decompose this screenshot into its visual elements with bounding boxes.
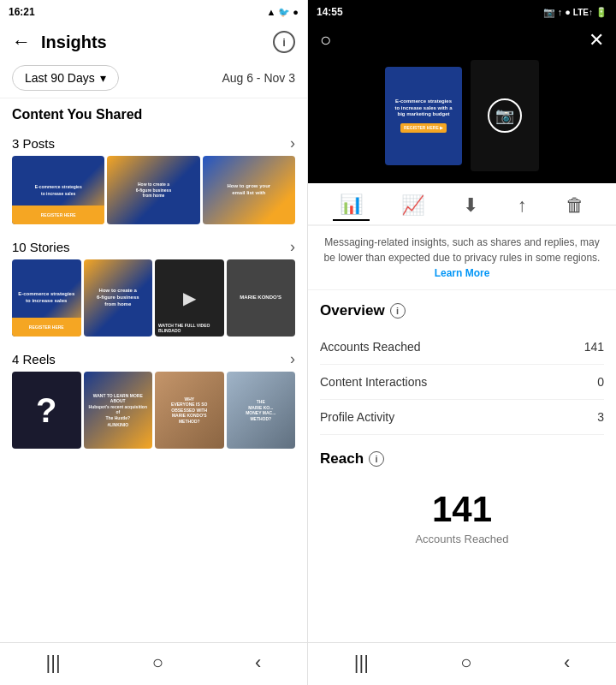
- tab-download[interactable]: ⬇: [456, 191, 485, 220]
- filter-row: Last 90 Days ▾ Aug 6 - Nov 3: [0, 60, 307, 98]
- reel-thumb-1[interactable]: ?: [12, 372, 81, 449]
- options-button[interactable]: ○: [320, 29, 331, 51]
- story-thumb-3[interactable]: ▶ WATCH THE FULL VIDEO BLINDADO: [155, 259, 224, 337]
- bottom-nav-left: ||| ○ ‹: [0, 642, 307, 685]
- tab-trend-chart[interactable]: 📈: [394, 191, 431, 220]
- reels-grid: ? WANT TO LEARN MORE ABOUT Hubspot's rec…: [0, 372, 307, 456]
- stories-grid: E-commerce strategies to increase sales …: [0, 259, 307, 343]
- stories-label: 10 Stories: [12, 240, 70, 254]
- overview-info[interactable]: i: [390, 303, 406, 319]
- story-thumb-2[interactable]: How to create a 6-figure business from h…: [84, 259, 153, 337]
- nav-back-icon-left[interactable]: ‹: [255, 652, 261, 674]
- top-nav-left: ← Insights i: [0, 24, 307, 60]
- post-thumb-1[interactable]: E-commerce strategies to increase sales …: [12, 156, 104, 224]
- bottom-nav-right: ||| ○ ‹: [308, 642, 616, 685]
- tab-row: 📊 📈 ⬇ ↑ 🗑: [308, 183, 616, 226]
- status-icons-left: ▲ 🐦 ●: [266, 7, 299, 18]
- nav-menu-icon-left[interactable]: |||: [46, 652, 61, 674]
- nav-home-icon-right[interactable]: ○: [460, 652, 471, 674]
- posts-row[interactable]: 3 Posts ›: [0, 128, 307, 156]
- learn-more-link[interactable]: Learn More: [435, 267, 490, 279]
- page-title: Insights: [41, 33, 263, 52]
- reach-info[interactable]: i: [369, 451, 384, 467]
- content-section-header: Content You Shared: [0, 98, 307, 128]
- date-filter-button[interactable]: Last 90 Days ▾: [12, 65, 119, 91]
- reels-row[interactable]: 4 Reels ›: [0, 343, 307, 372]
- story-thumb-1[interactable]: E-commerce strategies to increase sales …: [12, 259, 81, 337]
- nav-back-icon-right[interactable]: ‹: [564, 652, 570, 674]
- reel-thumb-2[interactable]: WANT TO LEARN MORE ABOUT Hubspot's recen…: [84, 372, 153, 449]
- nav-menu-icon-right[interactable]: |||: [354, 652, 369, 674]
- time-right: 14:55: [317, 6, 343, 18]
- reach-section: Reach i 141 Accounts Reached: [308, 438, 616, 552]
- nav-home-icon-left[interactable]: ○: [152, 652, 163, 674]
- reel-thumb-4[interactable]: THE MARIE KO... MONEY MAC... METHOD?: [227, 372, 296, 449]
- metric-profile-activity: Profile Activity 3: [320, 400, 604, 435]
- post-thumb-2[interactable]: How to create a 6-figure business from h…: [107, 156, 199, 224]
- left-panel: 16:21 ▲ 🐦 ● ← Insights i Last 90 Days ▾ …: [0, 0, 308, 685]
- overview-title: Overview i: [320, 302, 604, 319]
- stories-row[interactable]: 10 Stories ›: [0, 231, 307, 259]
- story-thumb-4[interactable]: MARIE KONDO'S: [227, 259, 296, 337]
- info-button[interactable]: i: [273, 31, 295, 53]
- reach-title: Reach i: [320, 450, 604, 468]
- posts-chevron: ›: [290, 134, 295, 152]
- date-range: Aug 6 - Nov 3: [222, 71, 295, 85]
- status-bar-left: 16:21 ▲ 🐦 ●: [0, 0, 307, 24]
- metric-content-interactions: Content Interactions 0: [320, 365, 604, 400]
- status-bar-right: 14:55 📷 ↑ ● LTE↑ 🔋: [308, 0, 616, 24]
- reel-thumb-3[interactable]: WHY EVERYONE IS SO OBSESSED WITH MARIE K…: [155, 372, 224, 449]
- reels-label: 4 Reels: [12, 352, 56, 366]
- preview-card-2: 📷: [471, 60, 539, 171]
- status-icons-right: 📷 ↑ ● LTE↑ 🔋: [543, 7, 607, 18]
- posts-label: 3 Posts: [12, 136, 55, 151]
- preview-area: E-commerce strategiesto increase sales w…: [308, 60, 616, 183]
- post-thumb-3[interactable]: How to grow your email list with: [203, 156, 295, 224]
- back-button[interactable]: ←: [12, 31, 31, 53]
- tab-bar-chart[interactable]: 📊: [333, 190, 370, 221]
- top-nav-right: ○ ✕: [308, 24, 616, 60]
- camera-icon: 📷: [488, 98, 522, 133]
- stories-chevron: ›: [290, 238, 295, 256]
- tab-share[interactable]: ↑: [511, 191, 534, 220]
- reach-big: 141 Accounts Reached: [320, 478, 604, 549]
- privacy-notice: Messaging-related insights, such as shar…: [308, 226, 616, 290]
- reach-number: 141: [320, 491, 604, 527]
- close-button[interactable]: ✕: [589, 29, 604, 51]
- preview-card-1: E-commerce strategiesto increase sales w…: [385, 67, 462, 165]
- reach-subtitle: Accounts Reached: [320, 533, 604, 545]
- overview-section: Overview i Accounts Reached 141 Content …: [308, 290, 616, 438]
- reels-chevron: ›: [290, 350, 295, 368]
- tab-delete[interactable]: 🗑: [559, 191, 591, 220]
- metric-accounts-reached: Accounts Reached 141: [320, 330, 604, 365]
- time-left: 16:21: [9, 6, 35, 18]
- right-panel: 14:55 📷 ↑ ● LTE↑ 🔋 ○ ✕ E-commerce strate…: [308, 0, 616, 685]
- posts-grid: E-commerce strategies to increase sales …: [0, 156, 307, 231]
